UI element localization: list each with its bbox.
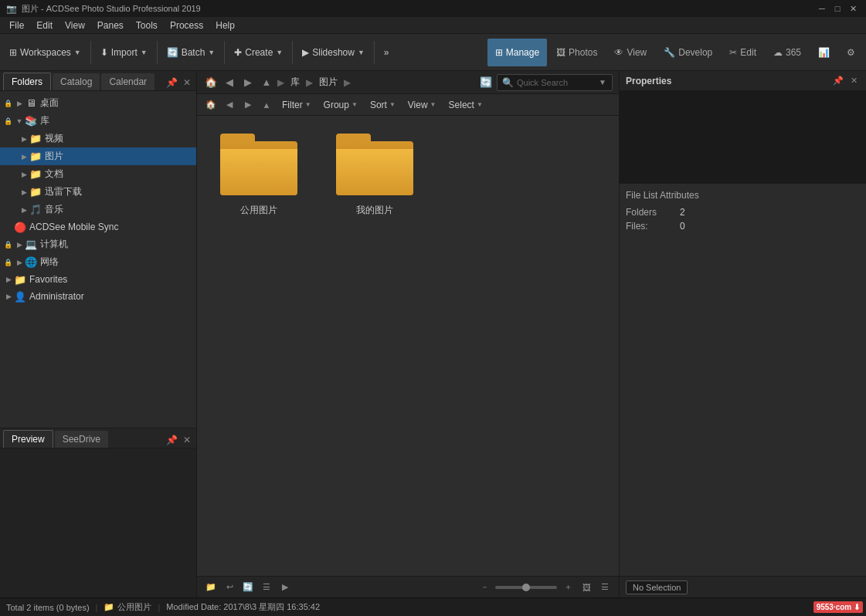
tree-item-xunlei[interactable]: ▶ 📁 迅雷下载 (0, 183, 196, 201)
menu-help[interactable]: Help (209, 17, 241, 34)
filter-button[interactable]: Filter ▼ (277, 98, 316, 112)
back-nav-button[interactable]: ◀ (222, 97, 237, 113)
menu-view[interactable]: View (59, 17, 91, 34)
close-properties-button[interactable]: ✕ (847, 75, 860, 87)
menu-tools[interactable]: Tools (130, 17, 164, 34)
sort-label: Sort (370, 100, 387, 110)
tree-item-library[interactable]: 🔒 ▼ 📚 库 (0, 112, 196, 130)
group-button[interactable]: Group ▼ (319, 98, 362, 112)
folder-item-mine[interactable]: 我的图片 (321, 124, 429, 223)
path-segment-images[interactable]: 图片 (316, 74, 341, 90)
create-label: Create (245, 47, 273, 58)
admin-icon: 👤 (14, 290, 26, 303)
status-folder-name: 公用图片 (117, 601, 151, 613)
mode-chart[interactable]: 📊 (810, 39, 837, 66)
pin-panel-button[interactable]: 📌 (165, 76, 178, 89)
tree-label: 迅雷下载 (45, 185, 82, 198)
tree-item-docs[interactable]: ▶ 📁 文档 (0, 165, 196, 183)
tree-item-video[interactable]: ▶ 📁 视频 (0, 130, 196, 147)
view-button[interactable]: View ▼ (403, 98, 441, 112)
arrow-icon: ▶ (3, 274, 14, 285)
zoom-in-button[interactable]: ＋ (560, 580, 576, 595)
home-nav-button[interactable]: 🏠 (203, 97, 219, 113)
quick-search-input[interactable] (517, 78, 595, 87)
tree-item-administrator[interactable]: ▶ 👤 Administrator (0, 288, 196, 305)
mode-view[interactable]: 👁 View (606, 39, 654, 66)
365-icon: ☁ (773, 47, 783, 58)
menu-file[interactable]: File (3, 17, 30, 34)
tree-item-music[interactable]: ▶ 🎵 音乐 (0, 201, 196, 218)
pin-properties-button[interactable]: 📌 (832, 75, 844, 87)
fb-refresh-button[interactable]: 🔄 (240, 580, 256, 595)
select-button[interactable]: Select ▼ (444, 98, 487, 112)
path-back-button[interactable]: ◀ (222, 75, 237, 90)
develop-label: Develop (678, 47, 712, 58)
tree-label: 图片 (45, 150, 63, 163)
tree-item-computer[interactable]: 🔒 ▶ 💻 计算机 (0, 235, 196, 253)
tab-calendar[interactable]: Calendar (101, 73, 155, 90)
mode-photos[interactable]: 🖼 Photos (548, 39, 605, 66)
path-bar: 🏠 ◀ ▶ ▲ ▶ 库 ▶ 图片 ▶ 🔄 🔍 ▼ (197, 71, 619, 94)
selection-badge: No Selection (626, 580, 688, 594)
details-button[interactable]: ☰ (597, 580, 613, 595)
tree-item-desktop[interactable]: 🔒 ▶ 🖥 桌面 (0, 94, 196, 112)
create-button[interactable]: ✚ Create ▼ (228, 39, 289, 66)
tab-preview[interactable]: Preview (3, 430, 53, 448)
slideshow-label: Slideshow (312, 47, 355, 58)
fb-folder-button[interactable]: 📁 (203, 580, 219, 595)
computer-icon: 💻 (25, 239, 37, 251)
mode-365[interactable]: ☁ 365 (766, 39, 809, 66)
close-preview-button[interactable]: ✕ (181, 434, 193, 446)
search-dropdown-button[interactable]: ▼ (598, 76, 607, 89)
view-arrow-icon: ▼ (430, 101, 436, 108)
batch-button[interactable]: 🔄 Batch ▼ (161, 39, 222, 66)
tab-seedrive[interactable]: SeeDrive (55, 431, 108, 448)
lock-icon: 🔒 (3, 258, 12, 267)
mode-settings[interactable]: ⚙ (839, 39, 863, 66)
mode-edit[interactable]: ✂ Edit (722, 39, 764, 66)
refresh-button[interactable]: 🔄 (478, 75, 494, 90)
restore-button[interactable]: □ (830, 2, 844, 15)
fb-play-button[interactable]: ▶ (277, 580, 293, 595)
path-separator-2: ▶ (306, 77, 313, 88)
tab-catalog[interactable]: Catalog (53, 73, 100, 90)
workspaces-button[interactable]: ⊞ Workspaces ▼ (3, 39, 87, 66)
minimize-button[interactable]: ─ (815, 2, 829, 15)
menu-edit[interactable]: Edit (30, 17, 59, 34)
tree-item-images[interactable]: ▶ 📁 图片 (0, 147, 196, 165)
close-panel-button[interactable]: ✕ (181, 76, 193, 89)
status-total: Total 2 items (0 bytes) (6, 603, 90, 612)
path-forward-button[interactable]: ▶ (240, 75, 256, 90)
fb-back-button[interactable]: ↩ (222, 580, 237, 595)
import-icon: ⬇ (100, 47, 108, 58)
search-icon: 🔍 (502, 77, 514, 88)
arrow-icon: ▶ (19, 151, 29, 162)
mode-develop[interactable]: 🔧 Develop (656, 39, 720, 66)
preview-panel: Preview SeeDrive 📌 ✕ (0, 428, 196, 597)
path-segment-library[interactable]: 库 (287, 74, 303, 90)
status-modified-text: Modified Date: 2017\8\3 星期四 16:35:42 (166, 601, 320, 613)
watermark: 9553·com ⬇ (813, 601, 863, 613)
menu-panes[interactable]: Panes (91, 17, 130, 34)
menu-process[interactable]: Process (164, 17, 209, 34)
sort-button[interactable]: Sort ▼ (365, 98, 400, 112)
thumbnail-button[interactable]: 🖼 (579, 580, 594, 595)
import-button[interactable]: ⬇ Import ▼ (94, 39, 154, 66)
forward-nav-button[interactable]: ▶ (240, 97, 256, 113)
zoom-out-button[interactable]: － (477, 580, 492, 595)
folder-item-public[interactable]: 公用图片 (205, 124, 313, 223)
up-nav-button[interactable]: ▲ (259, 97, 274, 113)
zoom-slider[interactable] (495, 586, 557, 589)
tree-item-favorites[interactable]: ▶ 📁 Favorites (0, 271, 196, 288)
close-button[interactable]: ✕ (846, 2, 860, 15)
slideshow-button[interactable]: ▶ Slideshow ▼ (296, 39, 371, 66)
path-up-button[interactable]: ▲ (259, 75, 274, 90)
pin-preview-button[interactable]: 📌 (165, 434, 178, 446)
fb-list-button[interactable]: ☰ (259, 580, 274, 595)
mode-manage[interactable]: ⊞ Manage (487, 39, 547, 66)
path-home-button[interactable]: 🏠 (203, 75, 219, 90)
tree-item-network[interactable]: 🔒 ▶ 🌐 网络 (0, 253, 196, 271)
tab-folders[interactable]: Folders (3, 73, 51, 90)
tree-item-mobile-sync[interactable]: ▶ 🔴 ACDSee Mobile Sync (0, 218, 196, 235)
expand-button[interactable]: » (378, 39, 396, 66)
